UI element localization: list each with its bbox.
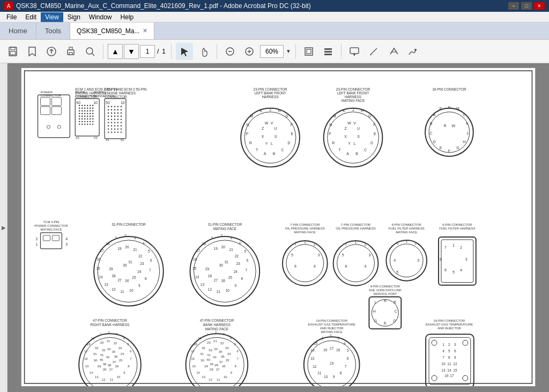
svg-text:AND INJECTOR: AND INJECTOR — [437, 327, 462, 330]
page-number-input[interactable] — [140, 45, 155, 58]
tab-home[interactable]: Home — [0, 23, 36, 39]
svg-text:21: 21 — [133, 248, 137, 252]
svg-text:K: K — [343, 109, 345, 113]
svg-point-92 — [90, 123, 91, 124]
svg-text:G: G — [285, 114, 288, 118]
svg-text:V: V — [271, 121, 273, 125]
tab-doc-label: QSK38_CM850_Ma... — [77, 27, 139, 35]
svg-text:11: 11 — [217, 290, 221, 293]
svg-text:CONNECTOR: CONNECTOR — [40, 94, 61, 97]
svg-text:4: 4 — [394, 258, 396, 262]
svg-text:14: 14 — [196, 371, 200, 374]
svg-text:47-PIN CONNECTOR: 47-PIN CONNECTOR — [93, 319, 127, 322]
svg-text:N: N — [448, 106, 450, 109]
pencil-button[interactable] — [365, 43, 382, 60]
save-button[interactable] — [4, 43, 21, 60]
svg-rect-19 — [307, 49, 311, 54]
svg-text:29: 29 — [109, 267, 113, 271]
zoom-out-button[interactable] — [221, 43, 239, 60]
close-button[interactable]: ✕ — [534, 2, 545, 10]
svg-text:31: 31 — [93, 352, 97, 356]
svg-text:T: T — [338, 148, 341, 152]
sign-button[interactable] — [404, 43, 421, 60]
print-button[interactable] — [62, 43, 79, 60]
svg-text:19: 19 — [117, 247, 122, 250]
svg-text:17: 17 — [191, 350, 195, 353]
svg-text:B: B — [394, 300, 396, 304]
svg-text:10: 10 — [441, 362, 446, 366]
svg-point-129 — [114, 122, 115, 123]
svg-text:16: 16 — [97, 257, 101, 261]
cursor-button[interactable] — [176, 43, 193, 60]
svg-point-141 — [121, 128, 122, 129]
zoom-input[interactable] — [260, 45, 284, 58]
svg-text:3: 3 — [368, 253, 370, 257]
left-panel-toggle[interactable]: ▶ — [0, 63, 8, 392]
svg-text:7-PIN CONNECTOR: 7-PIN CONNECTOR — [341, 223, 371, 226]
svg-text:2: 2 — [330, 334, 332, 338]
svg-text:16-PIN CONNECTOR: 16-PIN CONNECTOR — [432, 87, 466, 91]
svg-point-69 — [92, 113, 93, 114]
menu-view[interactable]: View — [41, 12, 63, 22]
svg-text:L: L — [354, 142, 356, 145]
svg-text:51: 51 — [76, 136, 79, 139]
svg-text:35: 35 — [219, 350, 222, 353]
svg-point-109 — [114, 109, 115, 110]
menu-edit[interactable]: Edit — [21, 12, 41, 22]
sign-icon — [407, 46, 418, 57]
tab-tools[interactable]: Tools — [36, 23, 70, 39]
svg-text:6: 6 — [347, 357, 349, 360]
svg-text:3: 3 — [338, 336, 340, 340]
svg-point-49 — [87, 105, 88, 106]
svg-point-61 — [87, 110, 88, 112]
text-edit-button[interactable] — [384, 43, 402, 60]
svg-text:2: 2 — [314, 242, 316, 246]
zoom-in-button[interactable] — [241, 43, 258, 60]
svg-text:A: A — [264, 152, 266, 156]
hand-button[interactable] — [195, 43, 212, 60]
prev-page-button[interactable]: ▲ — [108, 44, 123, 59]
tab-close-button[interactable]: ✕ — [143, 27, 147, 34]
svg-text:19: 19 — [214, 247, 218, 250]
svg-point-66 — [84, 113, 85, 114]
svg-text:1: 1 — [355, 240, 357, 244]
svg-text:4: 4 — [460, 268, 462, 272]
zoom-search-button[interactable] — [81, 43, 99, 60]
bookmark-button[interactable] — [24, 43, 41, 60]
svg-text:G: G — [368, 114, 371, 118]
fit-page-button[interactable] — [300, 43, 317, 60]
minimize-button[interactable]: − — [508, 2, 519, 10]
svg-text:22: 22 — [220, 342, 224, 345]
svg-text:B: B — [355, 152, 358, 156]
svg-text:41: 41 — [207, 353, 211, 357]
maximize-button[interactable]: □ — [521, 2, 532, 10]
svg-text:7-PIN CONNECTOR: 7-PIN CONNECTOR — [290, 223, 320, 226]
svg-text:9: 9 — [138, 284, 140, 287]
tab-document[interactable]: QSK38_CM850_Ma... ✕ — [70, 23, 154, 39]
svg-text:21: 21 — [107, 339, 110, 343]
comment-button[interactable] — [346, 43, 363, 60]
upload-button[interactable] — [43, 43, 60, 60]
strip-view-button[interactable] — [320, 43, 337, 60]
svg-text:13: 13 — [201, 283, 205, 286]
svg-text:19-PIN CONNECTOR: 19-PIN CONNECTOR — [316, 319, 347, 322]
svg-point-73 — [87, 116, 88, 117]
svg-text:33: 33 — [102, 349, 106, 352]
svg-point-85 — [87, 121, 88, 122]
zoom-dropdown-arrow[interactable]: ▼ — [286, 48, 291, 54]
menu-file[interactable]: File — [2, 12, 21, 22]
menu-window[interactable]: Window — [85, 12, 116, 22]
svg-point-93 — [92, 123, 93, 124]
svg-rect-18 — [305, 48, 313, 55]
svg-text:LEFT BANK FRONT: LEFT BANK FRONT — [254, 91, 286, 95]
svg-text:34: 34 — [107, 347, 111, 351]
menu-help[interactable]: Help — [116, 12, 138, 22]
svg-text:D: D — [370, 141, 373, 145]
next-page-button[interactable]: ▼ — [124, 44, 139, 59]
menu-sign[interactable]: Sign — [63, 12, 85, 22]
svg-text:D: D — [433, 140, 435, 144]
svg-text:5: 5 — [347, 349, 349, 352]
svg-text:18: 18 — [336, 348, 340, 352]
svg-text:13: 13 — [441, 368, 446, 372]
svg-text:26: 26 — [222, 365, 226, 368]
